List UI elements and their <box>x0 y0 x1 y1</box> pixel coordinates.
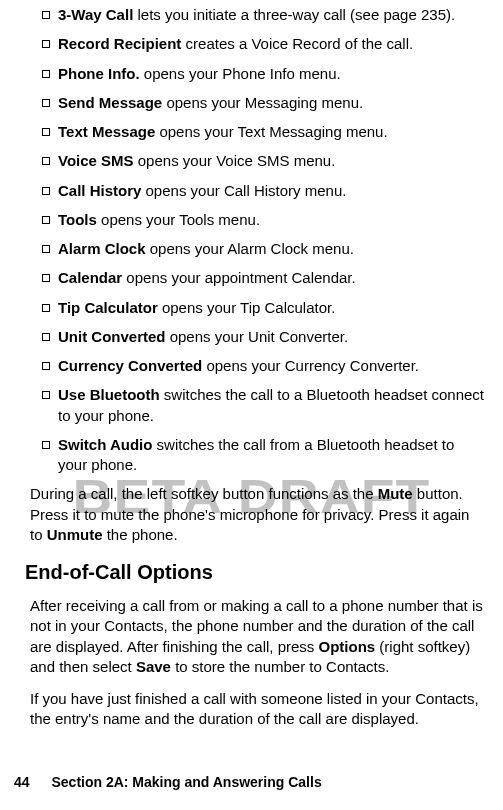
list-item: Alarm Clock opens your Alarm Clock menu. <box>30 239 485 259</box>
feature-list: 3-Way Call lets you initiate a three-way… <box>30 5 485 475</box>
item-desc: opens your Currency Converter. <box>202 357 419 374</box>
list-item: Currency Converted opens your Currency C… <box>30 356 485 376</box>
item-name: Switch Audio <box>58 436 152 453</box>
item-desc: opens your Messaging menu. <box>162 94 363 111</box>
item-desc: creates a Voice Record of the call. <box>181 35 413 52</box>
list-item: Phone Info. opens your Phone Info menu. <box>30 64 485 84</box>
item-name: Call History <box>58 182 141 199</box>
item-desc: opens your Alarm Clock menu. <box>146 240 354 257</box>
section-heading: End-of-Call Options <box>25 559 485 586</box>
unmute-label: Unmute <box>47 526 103 543</box>
item-name: Use Bluetooth <box>58 386 160 403</box>
item-desc: opens your appointment Calendar. <box>122 269 356 286</box>
list-item: Send Message opens your Messaging menu. <box>30 93 485 113</box>
list-item: 3-Way Call lets you initiate a three-way… <box>30 5 485 25</box>
list-item: Unit Converted opens your Unit Converter… <box>30 327 485 347</box>
item-name: Tip Calculator <box>58 299 158 316</box>
text: the phone. <box>103 526 178 543</box>
list-item: Calendar opens your appointment Calendar… <box>30 268 485 288</box>
item-name: Voice SMS <box>58 152 134 169</box>
text: During a call, the left softkey button f… <box>30 485 378 502</box>
text: to store the number to Contacts. <box>171 658 389 675</box>
section-label: Section 2A: Making and Answering Calls <box>51 774 321 790</box>
save-label: Save <box>136 658 171 675</box>
item-desc: opens your Phone Info menu. <box>140 65 341 82</box>
page-number: 44 <box>14 773 30 792</box>
page-footer: 44 Section 2A: Making and Answering Call… <box>14 773 485 792</box>
list-item: Use Bluetooth switches the call to a Blu… <box>30 385 485 426</box>
item-name: Tools <box>58 211 97 228</box>
item-name: Phone Info. <box>58 65 140 82</box>
list-item: Text Message opens your Text Messaging m… <box>30 122 485 142</box>
item-name: Alarm Clock <box>58 240 146 257</box>
item-name: Currency Converted <box>58 357 202 374</box>
item-desc: opens your Call History menu. <box>141 182 346 199</box>
item-name: Text Message <box>58 123 155 140</box>
page-content: 3-Way Call lets you initiate a three-way… <box>30 5 485 730</box>
item-name: Unit Converted <box>58 328 166 345</box>
item-name: 3-Way Call <box>58 6 133 23</box>
item-desc: opens your Tip Calculator. <box>158 299 336 316</box>
item-desc: opens your Voice SMS menu. <box>134 152 336 169</box>
item-desc: opens your Unit Converter. <box>166 328 349 345</box>
list-item: Call History opens your Call History men… <box>30 181 485 201</box>
item-name: Calendar <box>58 269 122 286</box>
list-item: Switch Audio switches the call from a Bl… <box>30 435 485 476</box>
end-of-call-paragraph-2: If you have just finished a call with so… <box>30 689 485 730</box>
item-desc: lets you initiate a three-way call (see … <box>133 6 455 23</box>
list-item: Tip Calculator opens your Tip Calculator… <box>30 298 485 318</box>
item-name: Record Recipient <box>58 35 181 52</box>
mute-paragraph: During a call, the left softkey button f… <box>30 484 485 545</box>
end-of-call-paragraph-1: After receiving a call from or making a … <box>30 596 485 677</box>
mute-label: Mute <box>378 485 413 502</box>
item-desc: opens your Tools menu. <box>97 211 260 228</box>
options-label: Options <box>319 638 376 655</box>
item-desc: opens your Text Messaging menu. <box>155 123 387 140</box>
list-item: Tools opens your Tools menu. <box>30 210 485 230</box>
list-item: Voice SMS opens your Voice SMS menu. <box>30 151 485 171</box>
list-item: Record Recipient creates a Voice Record … <box>30 34 485 54</box>
item-name: Send Message <box>58 94 162 111</box>
